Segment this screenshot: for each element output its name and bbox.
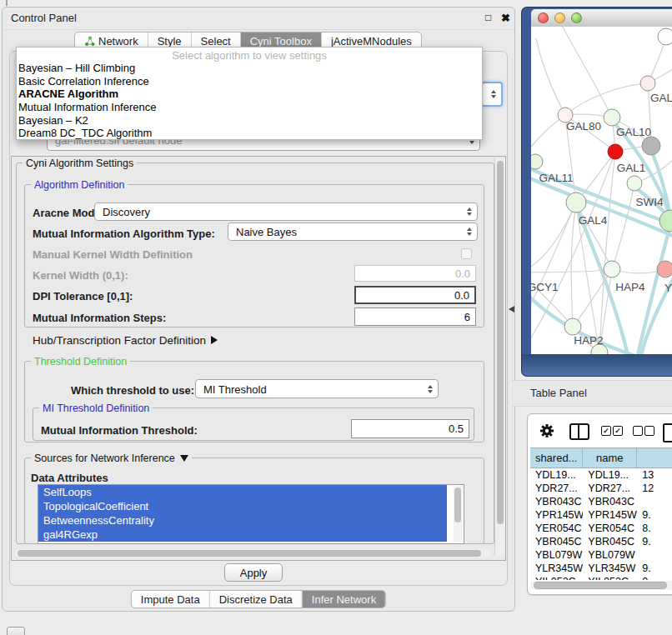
deselect-all-checkbox-icon2[interactable] <box>644 426 654 436</box>
dpi-tolerance-field[interactable] <box>354 286 476 304</box>
table-cell[interactable] <box>637 548 672 562</box>
table-cell[interactable] <box>637 495 672 508</box>
data-attributes-list[interactable]: SelfLoopsTopologicalCoefficientBetweenne… <box>38 484 464 544</box>
deselect-all-checkbox-icon[interactable] <box>633 426 643 436</box>
sources-section-toggle[interactable]: Sources for Network Inference <box>31 452 192 464</box>
dock-panel-button[interactable] <box>7 627 25 635</box>
table-cell[interactable]: YPR145W <box>530 508 583 522</box>
network-edge[interactable] <box>599 152 615 352</box>
table-row[interactable]: YDR27...YDR27...12 <box>530 482 672 495</box>
algorithm-option[interactable]: ARACNE Algorithm <box>17 88 482 101</box>
select-all-checkbox-icon2[interactable]: ✓ <box>613 426 623 436</box>
table-row[interactable]: YBL079WYBL079W <box>530 548 672 562</box>
table-cell[interactable]: 9. <box>637 508 672 522</box>
algorithm-option[interactable]: Mutual Information Inference <box>17 101 482 114</box>
network-node[interactable] <box>604 261 620 278</box>
table-cell[interactable]: YBR043C <box>583 495 637 508</box>
minimize-window-icon[interactable] <box>554 12 565 23</box>
attribute-item[interactable]: gal4RGexp <box>38 528 447 542</box>
table-cell[interactable]: YDL19... <box>583 468 637 482</box>
network-edge[interactable] <box>531 202 576 317</box>
table-cell[interactable]: 9. <box>637 562 672 575</box>
network-edge[interactable] <box>571 202 576 327</box>
table-row[interactable]: YBR043CYBR043C <box>530 495 672 508</box>
mi-threshold-field[interactable] <box>351 419 469 438</box>
network-edge[interactable] <box>612 183 634 269</box>
network-edge[interactable] <box>573 269 612 327</box>
table-row[interactable]: YBR045CYBR045C9. <box>530 535 672 548</box>
table-cell[interactable]: YBR043C <box>530 495 583 508</box>
table-cell[interactable]: YIL052C <box>530 575 583 580</box>
table-hscroll-thumb[interactable] <box>534 582 667 589</box>
settings-hscroll-thumb[interactable] <box>18 550 481 557</box>
select-all-checkbox-icon[interactable]: ✓ <box>601 426 611 436</box>
table-cell[interactable]: 13 <box>637 468 672 482</box>
table-cell[interactable]: YLR345W <box>530 562 583 575</box>
close-window-icon[interactable] <box>538 12 549 23</box>
table-cell[interactable]: YPR145W <box>583 508 637 522</box>
mi-steps-field[interactable] <box>354 308 476 326</box>
network-node[interactable] <box>627 176 642 191</box>
attribute-item[interactable]: SelfLoops <box>38 485 447 499</box>
table-row[interactable]: YIL052CYIL052C0. <box>530 575 672 580</box>
list-scrollbar[interactable] <box>454 486 463 542</box>
column-header-shared-name[interactable]: shared... <box>530 448 583 468</box>
table-cell[interactable]: YLR345W <box>583 562 637 575</box>
network-node[interactable] <box>608 144 623 159</box>
table-cell[interactable]: YDR27... <box>583 482 637 495</box>
network-window-titlebar[interactable] <box>531 9 672 28</box>
column-header-name[interactable]: name <box>583 448 637 468</box>
tab-impute-data[interactable]: Impute Data <box>132 591 209 608</box>
table-cell[interactable]: YIL052C <box>583 575 637 580</box>
table-cell[interactable]: YBR045C <box>583 535 637 548</box>
network-node[interactable] <box>604 109 620 126</box>
tab-infer-network[interactable]: Infer Network <box>302 591 385 608</box>
table-cell[interactable]: 12 <box>637 482 672 495</box>
attribute-item[interactable]: TopologicalCoefficient <box>38 499 447 513</box>
hub-section-toggle[interactable]: Hub/Transcription Factor Definition <box>33 334 218 347</box>
network-node[interactable] <box>657 261 672 278</box>
list-scrollbar-thumb[interactable] <box>454 488 461 522</box>
network-node[interactable] <box>659 210 672 232</box>
inference-algorithm-combo[interactable] <box>481 82 503 107</box>
attribute-item[interactable]: BetweennessCentrality <box>38 513 447 528</box>
settings-gear-icon[interactable] <box>539 423 554 438</box>
algorithm-option[interactable]: Basic Correlation Inference <box>17 75 482 88</box>
table-cell[interactable]: YBL079W <box>583 548 637 562</box>
network-edge[interactable] <box>531 115 565 158</box>
table-row[interactable]: YER054CYER054C8. <box>530 522 672 535</box>
table-cell[interactable]: YDL19... <box>530 468 583 482</box>
algorithm-option[interactable]: Bayesian – K2 <box>17 114 482 128</box>
table-row[interactable]: YLR345WYLR345W9. <box>530 562 672 575</box>
table-horizontal-scrollbar[interactable] <box>530 581 672 590</box>
column-layout-icon[interactable] <box>569 423 589 440</box>
network-node[interactable] <box>642 137 660 155</box>
apply-button[interactable]: Apply <box>224 563 283 582</box>
manual-kernel-checkbox[interactable] <box>461 248 472 259</box>
settings-vscroll-thumb[interactable] <box>497 161 504 524</box>
network-edge[interactable] <box>565 83 648 115</box>
network-node[interactable] <box>658 28 672 45</box>
network-node[interactable] <box>640 76 655 91</box>
tab-discretize-data[interactable]: Discretize Data <box>209 591 302 608</box>
network-node[interactable] <box>564 318 581 335</box>
network-edge[interactable] <box>563 27 612 118</box>
table-row[interactable]: YPR145WYPR145W9. <box>530 508 672 522</box>
zoom-window-icon[interactable] <box>571 12 582 23</box>
algorithm-option[interactable]: Dream8 DC_TDC Algorithm <box>17 127 482 140</box>
network-node[interactable] <box>531 154 543 169</box>
network-node[interactable] <box>566 192 586 212</box>
algorithm-option[interactable]: Bayesian – Hill Climbing <box>17 62 482 75</box>
export-file-icon[interactable] <box>663 423 672 442</box>
network-edge[interactable] <box>531 202 576 272</box>
table-cell[interactable]: YER054C <box>583 522 637 535</box>
float-window-icon[interactable]: □ <box>485 12 491 23</box>
settings-vertical-scrollbar[interactable] <box>494 158 505 556</box>
settings-horizontal-scrollbar[interactable] <box>14 549 491 558</box>
mi-type-combo[interactable]: Naive Bayes <box>228 222 478 241</box>
aracne-mode-combo[interactable]: Discovery <box>94 202 478 221</box>
table-row[interactable]: YDL19...YDL19...13 <box>530 468 672 482</box>
table-cell[interactable]: YBR045C <box>530 535 583 548</box>
table-cell[interactable]: 9. <box>637 535 672 548</box>
network-edge[interactable] <box>536 38 565 115</box>
